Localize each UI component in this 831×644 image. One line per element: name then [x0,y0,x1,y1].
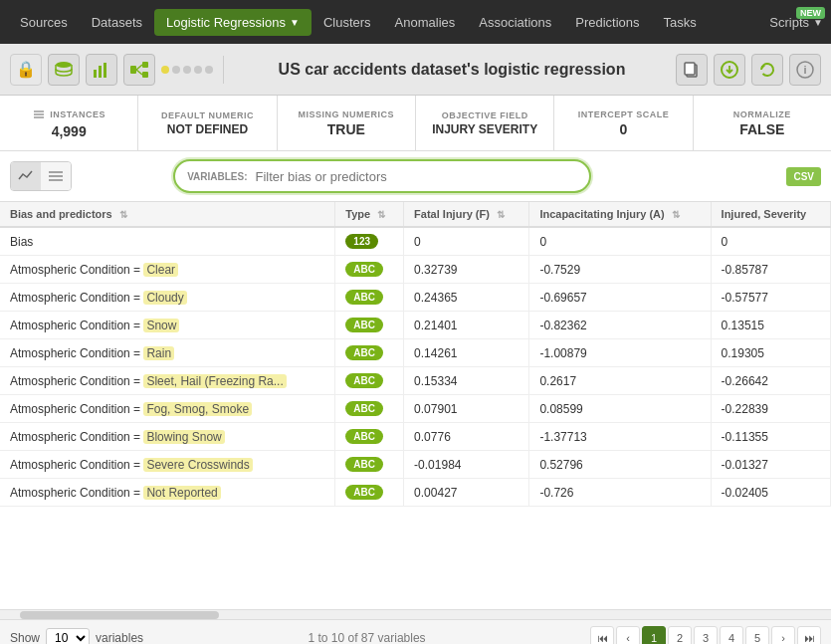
info-icon[interactable]: i [789,54,821,86]
col-injured: Injured, Severity [711,202,830,227]
col-predictor[interactable]: Bias and predictors ⇅ [0,202,335,227]
model-icon[interactable] [123,54,155,86]
cell-predictor: Bias [0,227,335,256]
cell-value-2: 0 [711,227,830,256]
prev-page-btn[interactable]: ‹ [616,626,640,645]
download-icon[interactable] [714,54,745,86]
cell-value-2: -0.85787 [711,256,830,284]
nav-logistic-regressions[interactable]: Logistic Regressions ▼ [154,9,312,36]
metric-intercept-scale: INTERCEPT SCALE 0 [554,96,693,150]
cell-value-1: -1.00879 [529,339,711,367]
svg-rect-5 [142,62,148,68]
first-page-btn[interactable]: ⏮ [590,626,614,645]
nav-tasks[interactable]: Tasks [652,9,709,36]
lock-icon[interactable]: 🔒 [10,54,42,86]
page-5-btn[interactable]: 5 [745,626,769,645]
chart-view-btn[interactable] [11,162,41,190]
col-fatal[interactable]: Fatal Injury (F) ⇅ [404,202,529,227]
col-incapacitating[interactable]: Incapacitating Injury (A) ⇅ [529,202,711,227]
cell-value-2: -0.26642 [711,367,830,395]
page-2-btn[interactable]: 2 [668,626,692,645]
predictor-highlight: Snow [143,319,179,332]
scroll-thumb[interactable] [20,611,219,619]
horizontal-scrollbar[interactable] [0,609,831,619]
cell-type: 123 [335,227,404,256]
table-row: Atmospheric Condition = SnowABC0.21401-0… [0,312,831,339]
cell-value-2: -0.02405 [711,479,830,507]
new-badge: NEW [796,7,825,19]
instances-icon [32,107,46,121]
col-type[interactable]: Type ⇅ [335,202,404,227]
predictor-prefix: Atmospheric Condition = [10,263,143,277]
cell-type: ABC [335,395,404,423]
per-page-select[interactable]: 10 25 50 [46,628,90,645]
cell-value-1: -0.69657 [529,284,711,312]
table-row: Atmospheric Condition = Blowing SnowABC0… [0,423,831,451]
nav-associations[interactable]: Associations [467,9,563,36]
cell-value-0: 0.15334 [404,367,529,395]
variables-label: VARIABLES: [187,171,247,182]
toolbar: 🔒 US car accidents dataset's logistic re… [0,44,831,96]
cell-type: ABC [335,451,404,479]
refresh-icon[interactable] [751,54,783,86]
predictor-highlight: Clear [143,263,178,277]
cell-value-1: 0.52796 [529,451,711,479]
toolbar-right: i [676,54,821,86]
cell-value-2: -0.01327 [711,451,830,479]
last-page-btn[interactable]: ⏭ [797,626,821,645]
variables-input[interactable] [256,169,578,184]
nav-sources[interactable]: Sources [8,9,80,36]
csv-export-button[interactable]: CSV [786,167,821,186]
table-row: Atmospheric Condition = CloudyABC0.24365… [0,284,831,312]
svg-point-0 [56,62,72,68]
svg-text:i: i [803,64,806,76]
cell-predictor: Atmospheric Condition = Snow [0,312,335,339]
dataset-icon[interactable] [48,54,80,86]
page-controls: ⏮ ‹ 1 2 3 4 5 › ⏭ [590,626,821,645]
model-title: US car accidents dataset's logistic regr… [234,61,670,79]
cell-type: ABC [335,312,404,339]
next-page-btn[interactable]: › [771,626,795,645]
sort-arrow-fatal: ⇅ [497,209,505,220]
sort-arrow-type: ⇅ [377,209,385,220]
cell-value-1: 0 [529,227,711,256]
table-row: Atmospheric Condition = Not ReportedABC0… [0,479,831,507]
page-3-btn[interactable]: 3 [694,626,718,645]
type-badge: ABC [345,373,383,388]
cell-value-2: -0.57577 [711,284,830,312]
top-nav: Sources Datasets Logistic Regressions ▼ … [0,0,831,44]
nav-datasets[interactable]: Datasets [80,9,154,36]
cell-value-2: -0.11355 [711,423,830,451]
table-row: Atmospheric Condition = Severe Crosswind… [0,451,831,479]
cell-predictor: Atmospheric Condition = Cloudy [0,284,335,312]
progress-dots [161,66,213,74]
cell-type: ABC [335,479,404,507]
predictor-highlight: Not Reported [143,486,220,500]
nav-anomalies[interactable]: Anomalies [383,9,468,36]
predictor-highlight: Blowing Snow [143,430,224,444]
predictor-highlight: Severe Crosswinds [143,458,252,472]
predictor-prefix: Atmospheric Condition = [10,486,143,500]
predictor-highlight: Cloudy [143,291,186,305]
type-badge: ABC [345,429,383,444]
page-4-btn[interactable]: 4 [720,626,743,645]
cell-value-0: 0.0776 [404,423,529,451]
svg-rect-6 [142,72,148,78]
view-toggle [10,161,72,191]
cell-value-2: 0.13515 [711,312,830,339]
cell-value-0: 0 [404,227,529,256]
predictor-prefix: Atmospheric Condition = [10,319,143,332]
cell-value-0: 0.24365 [404,284,529,312]
chart-icon[interactable] [86,54,117,86]
metric-missing-numerics: MISSING NUMERICS TRUE [278,96,416,150]
cell-predictor: Atmospheric Condition = Blowing Snow [0,423,335,451]
nav-clusters[interactable]: Clusters [312,9,383,36]
nav-predictions[interactable]: Predictions [563,9,651,36]
metric-default-numeric: DEFAULT NUMERIC NOT DEFINED [138,96,277,150]
table-view-btn[interactable] [41,162,71,190]
nav-scripts[interactable]: NEW Scripts ▼ [769,15,823,30]
filter-bar: VARIABLES: CSV [0,151,831,202]
copy-icon[interactable] [676,54,708,86]
table-row: Atmospheric Condition = Sleet, Hail (Fre… [0,367,831,395]
page-1-btn[interactable]: 1 [642,626,666,645]
